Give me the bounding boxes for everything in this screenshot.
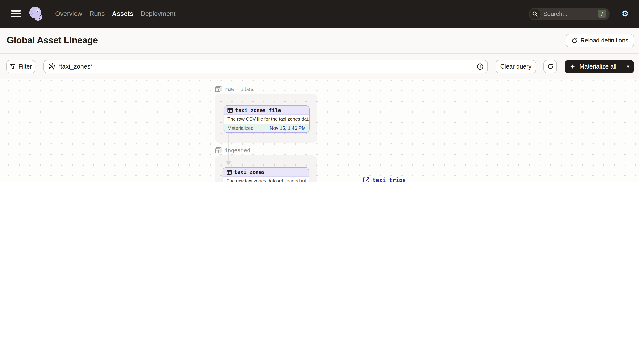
materialize-all-button[interactable]: Materialize all — [564, 60, 621, 73]
asset-name: taxi_zones_file — [235, 107, 281, 113]
query-info-icon[interactable] — [477, 63, 483, 70]
page-header: Global Asset Lineage Reload definitions — [0, 28, 639, 54]
group-tables-icon — [215, 86, 222, 92]
asset-name: taxi_zones — [234, 169, 265, 175]
top-nav: Overview Runs Assets Deployment / ⚙ — [0, 0, 639, 28]
external-link-icon — [363, 177, 369, 182]
filter-label: Filter — [18, 63, 32, 70]
materialize-dropdown-caret[interactable]: ▾ — [621, 60, 634, 73]
search-input[interactable] — [540, 10, 598, 17]
group-name: raw_files — [225, 86, 253, 92]
hamburger-menu-icon[interactable] — [11, 10, 21, 18]
group-label-ingested[interactable]: ingested — [215, 147, 250, 154]
refresh-icon — [547, 63, 553, 70]
lineage-toolbar: Filter Clear query — [0, 54, 639, 79]
reload-definitions-button[interactable]: Reload definitions — [565, 34, 634, 47]
status-label: Materialized — [228, 126, 254, 131]
nav-item-runs[interactable]: Runs — [90, 7, 105, 20]
group-tables-icon — [215, 147, 222, 154]
nav-item-assets[interactable]: Assets — [112, 7, 134, 20]
group-name: ingested — [225, 147, 250, 154]
asset-name: taxi_trips — [372, 177, 406, 182]
global-search[interactable]: / — [529, 8, 609, 20]
external-asset-taxi-trips[interactable]: taxi_trips — [363, 177, 406, 182]
table-icon — [227, 169, 232, 174]
asset-query-input[interactable] — [58, 63, 477, 70]
clear-query-label: Clear query — [500, 63, 531, 70]
nav-item-overview[interactable]: Overview — [55, 7, 82, 20]
reload-definitions-label: Reload definitions — [580, 37, 628, 44]
status-timestamp[interactable]: Nov 15, 1:46 PM — [270, 126, 306, 131]
group-label-raw-files[interactable]: raw_files — [215, 86, 253, 92]
asset-query-box[interactable] — [44, 60, 488, 73]
asset-description: The raw CSV file for the taxi zones dat.… — [224, 115, 309, 124]
asset-node-taxi-zones-file[interactable]: taxi_zones_file The raw CSV file for the… — [224, 105, 310, 133]
search-shortcut-badge: / — [598, 10, 606, 18]
settings-gear-icon[interactable]: ⚙ — [621, 10, 629, 18]
filter-funnel-icon — [10, 64, 16, 69]
table-icon — [228, 108, 233, 113]
reload-icon — [571, 38, 577, 44]
lineage-canvas[interactable]: raw_files ingested requests metrics taxi… — [0, 80, 639, 182]
dagster-logo-icon[interactable] — [28, 6, 44, 22]
dagster-app: Overview Runs Assets Deployment / ⚙ Glob… — [0, 0, 639, 182]
materialize-all-split-button: Materialize all ▾ — [564, 60, 634, 73]
asset-node-taxi-zones[interactable]: taxi_zones The raw taxi zones dataset, l… — [223, 167, 309, 182]
graph-query-icon — [48, 63, 55, 70]
page-title: Global Asset Lineage — [7, 35, 98, 46]
search-icon — [530, 8, 540, 19]
clear-query-button[interactable]: Clear query — [495, 60, 536, 73]
nav-links: Overview Runs Assets Deployment — [55, 7, 175, 20]
sparkles-icon — [570, 63, 576, 70]
refresh-button[interactable] — [543, 60, 557, 73]
materialize-all-label: Materialize all — [579, 63, 616, 70]
asset-description: The raw taxi zones dataset, loaded int..… — [223, 177, 309, 182]
filter-button[interactable]: Filter — [6, 60, 35, 73]
lineage-edges — [0, 80, 639, 182]
nav-item-deployment[interactable]: Deployment — [141, 7, 175, 20]
